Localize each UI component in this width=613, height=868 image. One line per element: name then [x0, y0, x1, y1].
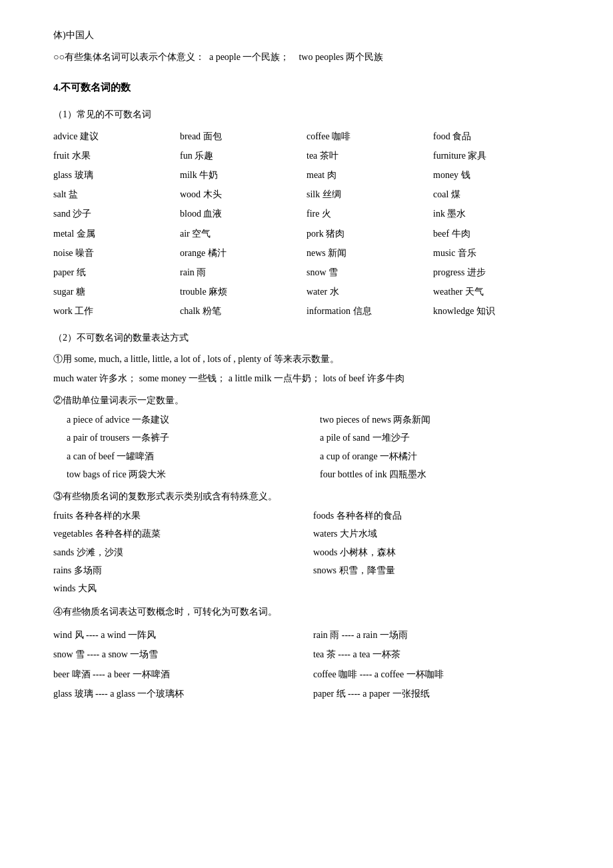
countable-left: wind 风 ---- a wind 一阵风: [53, 627, 300, 643]
vocab-cell: fire 火: [306, 205, 433, 223]
measure-right: a cup of orange 一杯橘汁: [320, 448, 560, 465]
vocab-cell: orange 橘汁: [180, 244, 306, 262]
intro-line2: ○○有些集体名词可以表示个体意义： a people 一个民族； two peo…: [53, 49, 560, 65]
plural-right: foods 各种各样的食品: [313, 507, 560, 524]
vocab-cell: beef 牛肉: [433, 225, 560, 243]
vocab-cell: noise 噪音: [53, 244, 180, 262]
plural-right: woods 小树林，森林: [313, 544, 560, 561]
vocab-cell: snow 雪: [306, 263, 433, 281]
vocab-cell: paper 纸: [53, 263, 180, 281]
measure-right: four bottles of ink 四瓶墨水: [320, 466, 560, 483]
vocab-cell: pork 猪肉: [306, 225, 433, 243]
vocab-cell: information 信息: [306, 302, 433, 320]
vocab-cell: music 音乐: [433, 244, 560, 262]
vocab-cell: sand 沙子: [53, 205, 180, 223]
vocab-cell: money 钱: [433, 166, 560, 184]
vocab-cell: rain 雨: [180, 263, 306, 281]
countable-left: beer 啤酒 ---- a beer 一杯啤酒: [53, 666, 300, 683]
plural-right: snows 积雪，降雪量: [313, 562, 560, 579]
countable-right: tea 茶 ---- a tea 一杯茶: [313, 646, 560, 663]
rule3: ③有些物质名词的复数形式表示类别或含有特殊意义。: [53, 488, 560, 505]
measure-right: two pieces of news 两条新闻: [320, 411, 560, 428]
countable-right: coffee 咖啡 ---- a coffee 一杯咖啡: [313, 666, 560, 683]
measure-left: tow bags of rice 两袋大米: [67, 466, 306, 483]
vocab-cell: knowledge 知识: [433, 302, 560, 320]
rule4: ④有些物质名词表达可数概念时，可转化为可数名词。: [53, 603, 560, 620]
vocab-cell: food 食品: [433, 127, 560, 145]
countable-left: snow 雪 ---- a snow 一场雪: [53, 646, 300, 663]
vocab-cell: wood 木头: [180, 185, 306, 203]
plural-right: waters 大片水域: [313, 525, 560, 542]
vocab-cell: fruit 水果: [53, 147, 180, 165]
vocab-cell: progress 进步: [433, 263, 560, 281]
subsection2: （2）不可数名词的数量表达方式 ①用 some, much, a little,…: [53, 329, 560, 702]
subsection1: （1）常见的不可数名词 advice 建议bread 面包coffee 咖啡fo…: [53, 106, 560, 320]
measure-left: a piece of advice 一条建议: [67, 411, 306, 428]
vocab-cell: bread 面包: [180, 127, 306, 145]
plural-left: sands 沙滩，沙漠: [53, 544, 300, 561]
plural-left: rains 多场雨: [53, 562, 300, 579]
vocab-cell: sugar 糖: [53, 283, 180, 301]
section4: 4.不可数名词的数 （1）常见的不可数名词 advice 建议bread 面包c…: [53, 79, 560, 702]
measure-left: a can of beef 一罐啤酒: [67, 448, 306, 465]
vocab-cell: trouble 麻烦: [180, 283, 306, 301]
vocab-cell: furniture 家具: [433, 147, 560, 165]
vocab-cell: work 工作: [53, 302, 180, 320]
vocab-cell: glass 玻璃: [53, 166, 180, 184]
rule1: ①用 some, much, a little, little, a lot o…: [53, 351, 560, 367]
vocab-cell: ink 墨水: [433, 205, 560, 223]
examples1: much water 许多水； some money 一些钱； a little…: [53, 370, 560, 387]
vocab-cell: blood 血液: [180, 205, 306, 223]
vocab-cell: milk 牛奶: [180, 166, 306, 184]
vocab-cell: coffee 咖啡: [306, 127, 433, 145]
countable-right: paper 纸 ---- a paper 一张报纸: [313, 685, 560, 702]
vocab-cell: silk 丝绸: [306, 185, 433, 203]
section4-title: 4.不可数名词的数: [53, 79, 560, 97]
vocab-cell: fun 乐趣: [180, 147, 306, 165]
vocab-cell: advice 建议: [53, 127, 180, 145]
plural-left: vegetables 各种各样的蔬菜: [53, 525, 300, 542]
vocab-grid: advice 建议bread 面包coffee 咖啡food 食品fruit 水…: [53, 127, 560, 321]
vocab-cell: water 水: [306, 283, 433, 301]
countable-left: glass 玻璃 ---- a glass 一个玻璃杯: [53, 685, 300, 702]
measure-left: a pair of trousers 一条裤子: [67, 429, 306, 446]
vocab-cell: news 新闻: [306, 244, 433, 262]
vocab-cell: meat 肉: [306, 166, 433, 184]
plural-grid: fruits 各种各样的水果foods 各种各样的食品vegetables 各种…: [53, 507, 560, 597]
vocab-cell: weather 天气: [433, 283, 560, 301]
subsection2-title: （2）不可数名词的数量表达方式: [53, 329, 560, 346]
measure-right: a pile of sand 一堆沙子: [320, 429, 560, 446]
vocab-cell: metal 金属: [53, 225, 180, 243]
plural-left: fruits 各种各样的水果: [53, 507, 300, 524]
vocab-cell: air 空气: [180, 225, 306, 243]
rule2: ②借助单位量词表示一定数量。: [53, 392, 560, 409]
plural-left: winds 大风: [53, 580, 300, 597]
measure-grid: a piece of advice 一条建议two pieces of news…: [67, 411, 560, 483]
countable-right: rain 雨 ---- a rain 一场雨: [313, 627, 560, 643]
countable-grid: wind 风 ---- a wind 一阵风rain 雨 ---- a rain…: [53, 627, 560, 702]
vocab-cell: tea 茶叶: [306, 147, 433, 165]
vocab-cell: coal 煤: [433, 185, 560, 203]
subsection1-title: （1）常见的不可数名词: [53, 106, 560, 123]
intro-line1: 体)中国人: [53, 27, 560, 43]
vocab-cell: salt 盐: [53, 185, 180, 203]
plural-right: [313, 580, 560, 597]
vocab-cell: chalk 粉笔: [180, 302, 306, 320]
intro-section: 体)中国人 ○○有些集体名词可以表示个体意义： a people 一个民族； t…: [53, 27, 560, 65]
